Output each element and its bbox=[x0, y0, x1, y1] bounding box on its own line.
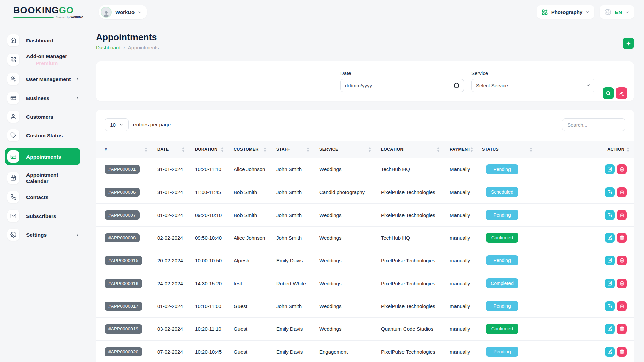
delete-button[interactable] bbox=[617, 233, 627, 243]
cell-location: PixelPulse Technologies bbox=[381, 203, 450, 226]
sidebar-item-custom-status[interactable]: Custom Status bbox=[7, 129, 80, 141]
filter-search-button[interactable] bbox=[603, 87, 614, 99]
sort-icon[interactable] bbox=[145, 147, 147, 152]
logo-text: BOOKINGGO bbox=[13, 6, 83, 15]
column-header-location[interactable]: LOCATION bbox=[381, 141, 450, 158]
sidebar-item-user-management[interactable]: User Management bbox=[7, 73, 80, 85]
cell-location: PixelPulse Technologies bbox=[381, 340, 450, 362]
date-input[interactable]: dd/mm/yyyy bbox=[340, 79, 464, 92]
pencil-square-icon bbox=[608, 349, 612, 354]
page-title: Appointments bbox=[96, 32, 159, 42]
appointment-id-badge: #APP000007 bbox=[105, 210, 140, 220]
module-selector[interactable]: Photography bbox=[537, 5, 595, 19]
sidebar-item-customers[interactable]: Customers bbox=[7, 111, 80, 123]
sidebar-item-label: Appointments bbox=[26, 154, 61, 160]
sidebar-item-appointments[interactable]: Appointments bbox=[5, 148, 80, 165]
service-select[interactable]: Select Service bbox=[471, 79, 595, 92]
edit-button[interactable] bbox=[605, 187, 615, 197]
sort-icon[interactable] bbox=[221, 147, 224, 152]
entries-per-page-select[interactable]: 10 bbox=[105, 118, 129, 131]
cell-location: PixelPulse Technologies bbox=[381, 295, 450, 317]
sort-icon[interactable] bbox=[182, 147, 185, 152]
logo-secondary: GO bbox=[59, 5, 74, 15]
sort-icon[interactable] bbox=[264, 147, 266, 152]
pencil-square-icon bbox=[608, 213, 612, 217]
delete-button[interactable] bbox=[617, 164, 627, 174]
cell-duration: 09:50-10:40 bbox=[195, 226, 234, 249]
sidebar-item-appointment-calendar[interactable]: Appointment Calendar bbox=[7, 172, 80, 184]
appointment-id-badge: #APP0000020 bbox=[105, 347, 142, 356]
column-header-customer[interactable]: CUSTOMER bbox=[234, 141, 276, 158]
credit-card-icon bbox=[7, 92, 19, 104]
delete-button[interactable] bbox=[617, 347, 627, 357]
edit-button[interactable] bbox=[605, 347, 615, 357]
sort-icon[interactable] bbox=[530, 147, 532, 152]
column-header-date[interactable]: DATE bbox=[157, 141, 195, 158]
sort-icon[interactable] bbox=[368, 147, 371, 152]
column-header-action[interactable]: ACTION bbox=[542, 141, 634, 158]
column-header-status[interactable]: STATUS bbox=[482, 141, 542, 158]
delete-button[interactable] bbox=[617, 256, 627, 265]
service-select-value: Select Service bbox=[476, 83, 508, 88]
sidebar-item-label: Appointment Calendar bbox=[26, 172, 80, 184]
sidebar-item-label: User Management bbox=[26, 76, 71, 82]
cell-date: 02-02-2024 bbox=[157, 226, 195, 249]
delete-button[interactable] bbox=[617, 210, 627, 220]
table-search-input[interactable] bbox=[562, 118, 625, 131]
gear-icon bbox=[7, 229, 19, 241]
edit-button[interactable] bbox=[605, 210, 615, 220]
calendar-icon[interactable] bbox=[454, 83, 459, 88]
filter-reset-button[interactable] bbox=[616, 87, 627, 99]
cell-customer: Guest bbox=[234, 340, 276, 362]
entries-per-page-label: entries per page bbox=[133, 122, 171, 128]
user-icon bbox=[7, 111, 19, 123]
column-header-payment[interactable]: PAYMENT bbox=[450, 141, 482, 158]
main-content: Appointments Dashboard › Appointments Da… bbox=[95, 32, 644, 362]
delete-button[interactable] bbox=[617, 324, 627, 334]
cell-date: 20-02-2024 bbox=[157, 249, 195, 272]
cell-payment: Manually bbox=[450, 203, 482, 226]
edit-button[interactable] bbox=[605, 279, 615, 288]
column-header-service[interactable]: SERVICE bbox=[319, 141, 381, 158]
sort-icon[interactable] bbox=[470, 147, 473, 152]
pencil-square-icon bbox=[608, 258, 612, 263]
pencil-square-icon bbox=[608, 167, 612, 172]
sort-icon[interactable] bbox=[307, 147, 309, 152]
sidebar-item-settings[interactable]: Settings bbox=[7, 229, 80, 241]
cell-customer: Bob Smith bbox=[234, 181, 276, 203]
app-logo: BOOKINGGO Powered by WORKDO bbox=[13, 6, 83, 19]
table-header-row: #DATEDURATIONCUSTOMERSTAFFSERVICELOCATIO… bbox=[96, 141, 634, 158]
appointment-id-badge: #APP000006 bbox=[105, 188, 140, 197]
edit-button[interactable] bbox=[605, 233, 615, 243]
workspace-selector[interactable]: WorkDo bbox=[99, 5, 147, 19]
cell-location: Quantum Code Studios bbox=[381, 317, 450, 340]
edit-button[interactable] bbox=[605, 324, 615, 334]
appointment-row: #APP00000701-02-202409:20-10:10Bob Smith… bbox=[96, 203, 634, 226]
delete-button[interactable] bbox=[617, 301, 627, 311]
appointment-id-badge: #APP000008 bbox=[105, 233, 140, 242]
cell-service: Weddings bbox=[319, 249, 381, 272]
delete-button[interactable] bbox=[617, 279, 627, 288]
status-badge: Pending bbox=[486, 164, 518, 174]
edit-button[interactable] bbox=[605, 164, 615, 174]
column-header-duration[interactable]: DURATION bbox=[195, 141, 234, 158]
trash-icon bbox=[620, 304, 624, 308]
pencil-square-icon bbox=[608, 235, 612, 240]
edit-button[interactable] bbox=[605, 301, 615, 311]
language-selector[interactable]: EN bbox=[600, 5, 634, 19]
sidebar-item-subscribers[interactable]: Subscribers bbox=[7, 210, 80, 222]
add-appointment-button[interactable] bbox=[623, 38, 634, 49]
column-header-id[interactable]: # bbox=[96, 141, 157, 158]
sidebar-item-dashboard[interactable]: Dashboard bbox=[7, 34, 80, 46]
delete-button[interactable] bbox=[617, 187, 627, 197]
column-header-staff[interactable]: STAFF bbox=[276, 141, 319, 158]
breadcrumb-dashboard-link[interactable]: Dashboard bbox=[96, 45, 120, 50]
sort-icon[interactable] bbox=[437, 147, 440, 152]
sidebar-item-contacts[interactable]: Contacts bbox=[7, 191, 80, 203]
sort-icon[interactable] bbox=[627, 147, 629, 152]
eraser-icon bbox=[619, 90, 624, 96]
sidebar-item-addon-manager[interactable]: Add-on ManagerPremium bbox=[7, 53, 80, 66]
cell-duration: 10:20-10:45 bbox=[195, 340, 234, 362]
sidebar-item-business[interactable]: Business bbox=[7, 92, 80, 104]
edit-button[interactable] bbox=[605, 256, 615, 265]
